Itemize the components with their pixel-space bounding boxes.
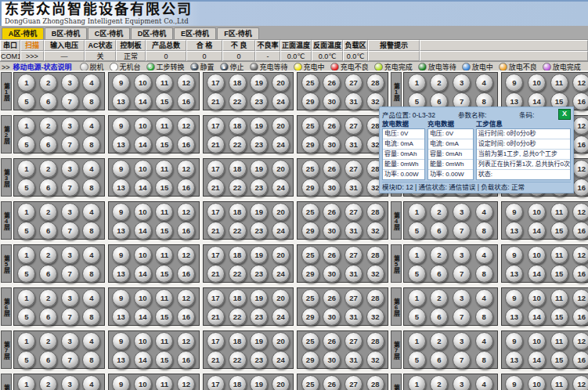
battery-cell-18[interactable]: 18 (229, 203, 247, 221)
battery-cell-3[interactable]: 3 (61, 74, 79, 92)
battery-cell-16[interactable]: 16 (572, 265, 588, 283)
battery-cell-26[interactable]: 26 (323, 246, 341, 264)
battery-cell-12[interactable]: 12 (177, 117, 195, 135)
battery-cell-8[interactable]: 8 (82, 135, 100, 153)
battery-cell-19[interactable]: 19 (250, 375, 268, 390)
battery-cell-7[interactable]: 7 (61, 265, 79, 283)
battery-cell-30[interactable]: 30 (323, 222, 341, 240)
battery-cell-26[interactable]: 26 (323, 74, 341, 92)
battery-cell-19[interactable]: 19 (250, 332, 268, 350)
battery-cell-22[interactable]: 22 (229, 135, 247, 153)
battery-cell-2[interactable]: 2 (39, 246, 57, 264)
battery-cell-7[interactable]: 7 (61, 179, 79, 197)
battery-cell-19[interactable]: 19 (250, 246, 268, 264)
battery-cell-13[interactable]: 13 (505, 265, 523, 283)
battery-cell-8[interactable]: 8 (475, 308, 493, 326)
battery-cell-1[interactable]: 1 (408, 74, 426, 92)
battery-cell-32[interactable]: 32 (366, 308, 384, 326)
battery-cell-4[interactable]: 4 (475, 289, 493, 307)
battery-cell-29[interactable]: 29 (301, 265, 319, 283)
battery-cell-11[interactable]: 11 (155, 332, 173, 350)
battery-cell-4[interactable]: 4 (475, 375, 493, 390)
battery-cell-10[interactable]: 10 (528, 332, 546, 350)
battery-cell-14[interactable]: 14 (528, 222, 546, 240)
battery-cell-13[interactable]: 13 (505, 308, 523, 326)
battery-cell-31[interactable]: 31 (345, 179, 363, 197)
battery-cell-26[interactable]: 26 (323, 375, 341, 390)
battery-cell-27[interactable]: 27 (345, 160, 363, 178)
battery-cell-10[interactable]: 10 (134, 160, 152, 178)
battery-cell-16[interactable]: 16 (177, 135, 195, 153)
battery-cell-9[interactable]: 9 (112, 74, 130, 92)
battery-cell-31[interactable]: 31 (345, 92, 363, 110)
battery-cell-27[interactable]: 27 (345, 332, 363, 350)
battery-cell-18[interactable]: 18 (229, 160, 247, 178)
battery-cell-31[interactable]: 31 (345, 135, 363, 153)
battery-cell-21[interactable]: 21 (207, 308, 225, 326)
battery-cell-11[interactable]: 11 (155, 203, 173, 221)
popup-close-button[interactable]: X (558, 109, 571, 120)
battery-cell-3[interactable]: 3 (61, 332, 79, 350)
tab-zone-4[interactable]: E区-待机 (174, 27, 216, 39)
battery-cell-19[interactable]: 19 (250, 289, 268, 307)
battery-cell-18[interactable]: 18 (229, 74, 247, 92)
battery-cell-6[interactable]: 6 (39, 135, 57, 153)
battery-cell-21[interactable]: 21 (207, 179, 225, 197)
battery-cell-15[interactable]: 15 (155, 308, 173, 326)
battery-cell-10[interactable]: 10 (134, 246, 152, 264)
battery-cell-23[interactable]: 23 (250, 135, 268, 153)
battery-cell-17[interactable]: 17 (207, 375, 225, 390)
battery-cell-12[interactable]: 12 (177, 160, 195, 178)
battery-cell-29[interactable]: 29 (301, 179, 319, 197)
battery-cell-18[interactable]: 18 (229, 246, 247, 264)
battery-cell-15[interactable]: 15 (550, 222, 568, 240)
battery-cell-10[interactable]: 10 (528, 203, 546, 221)
battery-cell-5[interactable]: 5 (408, 351, 426, 369)
battery-cell-6[interactable]: 6 (39, 92, 57, 110)
battery-cell-2[interactable]: 2 (430, 246, 448, 264)
battery-cell-20[interactable]: 20 (272, 160, 290, 178)
battery-cell-15[interactable]: 15 (155, 265, 173, 283)
battery-cell-11[interactable]: 11 (155, 246, 173, 264)
battery-cell-4[interactable]: 4 (82, 289, 100, 307)
battery-cell-7[interactable]: 7 (61, 92, 79, 110)
battery-cell-3[interactable]: 3 (61, 203, 79, 221)
battery-cell-12[interactable]: 12 (572, 74, 588, 92)
battery-cell-5[interactable]: 5 (408, 308, 426, 326)
battery-cell-14[interactable]: 14 (134, 265, 152, 283)
battery-cell-23[interactable]: 23 (250, 265, 268, 283)
battery-cell-32[interactable]: 32 (366, 265, 384, 283)
battery-cell-12[interactable]: 12 (572, 203, 588, 221)
battery-cell-22[interactable]: 22 (229, 92, 247, 110)
battery-cell-25[interactable]: 25 (301, 289, 319, 307)
battery-cell-17[interactable]: 17 (207, 246, 225, 264)
battery-cell-16[interactable]: 16 (572, 135, 588, 153)
battery-cell-6[interactable]: 6 (430, 308, 448, 326)
battery-cell-7[interactable]: 7 (61, 308, 79, 326)
battery-cell-27[interactable]: 27 (345, 74, 363, 92)
battery-cell-11[interactable]: 11 (550, 74, 568, 92)
battery-cell-27[interactable]: 27 (345, 289, 363, 307)
battery-cell-2[interactable]: 2 (39, 203, 57, 221)
battery-cell-29[interactable]: 29 (301, 222, 319, 240)
battery-cell-2[interactable]: 2 (39, 289, 57, 307)
battery-cell-9[interactable]: 9 (505, 332, 523, 350)
battery-cell-5[interactable]: 5 (17, 308, 35, 326)
battery-cell-9[interactable]: 9 (112, 160, 130, 178)
battery-cell-7[interactable]: 7 (453, 351, 471, 369)
battery-cell-26[interactable]: 26 (323, 332, 341, 350)
battery-cell-20[interactable]: 20 (272, 117, 290, 135)
battery-cell-25[interactable]: 25 (301, 246, 319, 264)
battery-cell-3[interactable]: 3 (453, 289, 471, 307)
battery-cell-13[interactable]: 13 (505, 351, 523, 369)
battery-cell-6[interactable]: 6 (430, 222, 448, 240)
battery-cell-14[interactable]: 14 (134, 308, 152, 326)
battery-cell-14[interactable]: 14 (134, 222, 152, 240)
battery-cell-9[interactable]: 9 (112, 203, 130, 221)
battery-cell-15[interactable]: 15 (155, 222, 173, 240)
battery-cell-4[interactable]: 4 (82, 332, 100, 350)
battery-cell-29[interactable]: 29 (301, 135, 319, 153)
battery-cell-13[interactable]: 13 (112, 308, 130, 326)
tab-zone-3[interactable]: D区-待机 (131, 27, 173, 39)
battery-cell-17[interactable]: 17 (207, 289, 225, 307)
